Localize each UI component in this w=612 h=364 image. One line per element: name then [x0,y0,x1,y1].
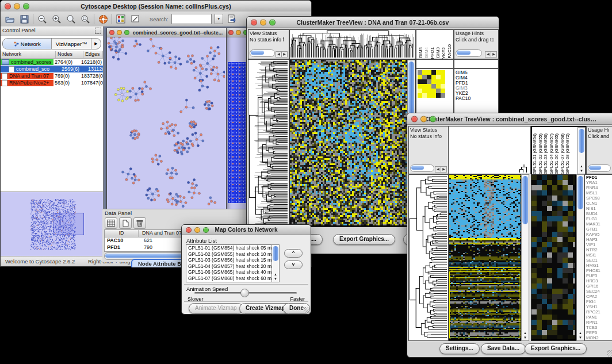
zoom-heatmap-panel[interactable] [531,174,577,341]
scroll-right-button[interactable]: ▶ [491,51,497,58]
column-label[interactable]: PFD1 [430,47,435,59]
zoom-vscrollbar[interactable]: ▲ ▼ [576,174,584,341]
speed-slider-thumb[interactable] [240,289,249,297]
minimize-button[interactable] [420,116,427,122]
gene-label[interactable]: PEP5 [585,330,612,335]
heatmap-panel[interactable]: ▲ ▼ [289,59,416,227]
column-label[interactable]: GPL51-08 (GSM872) [565,133,571,174]
new-attribute-icon[interactable] [119,217,132,229]
column-label[interactable]: GPL51-04 (GSM857) [549,133,554,174]
gene-label[interactable]: GTB1 [585,227,612,232]
animate-vizmap-button[interactable]: Animate Vizmap [189,303,243,314]
gene-label[interactable]: GPI16 [585,283,612,289]
select-attributes-icon[interactable] [105,217,117,229]
network-name-cell[interactable]: combined_scores [1,59,53,65]
gene-label[interactable]: PAN1 [585,315,612,320]
attribute-item[interactable]: GPL51-04 (GSM857) heat shock 20 min [186,263,279,270]
dense-network-grid[interactable] [228,62,248,203]
heatmap-canvas[interactable] [290,60,414,225]
scroll-up-icon[interactable]: ▲ [522,331,529,335]
settings-button[interactable]: Settings... [439,343,480,354]
attribute-item[interactable]: GPL51-01 (GSM854) heat shock 05 min [186,245,279,251]
gene-label[interactable]: KAP95 [585,232,612,237]
tab-overflow-arrow[interactable]: ▶ [91,39,101,49]
annotation-icon[interactable] [129,13,141,25]
zoom-selected-button[interactable] [65,13,76,25]
column-label[interactable]: GIM4 [424,47,429,59]
column-label[interactable]: GIM3 [435,47,441,59]
gene-label[interactable]: MAK31 [585,221,612,227]
gene-label[interactable]: RPO21 [585,309,612,315]
gene-label[interactable]: TCB3 [585,325,612,330]
col-id[interactable]: ID [105,230,139,237]
scrollbar-thumb[interactable] [577,176,583,209]
column-label[interactable]: GPL51-07 (GSM868) [560,133,565,174]
scrollbar-thumb[interactable] [408,62,414,114]
attribute-item[interactable]: GPL51-06 (GSM865) heat shock 40 min [186,269,279,275]
treeview2-titlebar[interactable]: ClusterMaker TreeView : combined_scores_… [407,113,612,125]
export-graphics-button[interactable]: Export Graphics... [525,343,587,354]
gene-label[interactable]: SEC1 [585,258,612,263]
status-scrollbar[interactable] [250,49,275,57]
hints-scrollbar[interactable] [456,49,482,57]
close-button[interactable] [186,227,192,233]
minimize-button[interactable] [236,30,241,35]
zoom-fit-button[interactable] [79,13,91,25]
network-row[interactable]: combined_sco 2569(6) 13112(15) [1,66,103,72]
zoom-button[interactable] [23,3,29,9]
hints-scrollbar[interactable] [588,164,611,172]
attribute-item[interactable]: GPL51-07 (GSM868) heat shock 60 min [186,275,279,282]
gene-label[interactable]: PUF3 [585,273,612,278]
gene-label[interactable]: PHO81 [585,268,612,273]
gene-label[interactable]: NIS1 [585,206,612,211]
network-row[interactable]: DNA and Tran 07 769(0) 183728(0) [1,72,103,79]
gene-label[interactable]: CLN1 [585,201,612,206]
heatmap-vscrollbar[interactable]: ▲ ▼ [521,174,529,341]
close-button[interactable] [411,116,418,122]
import-table-icon[interactable] [226,13,238,25]
gene-label[interactable]: FIG4 [585,299,612,304]
close-button[interactable] [109,30,114,35]
zoom-button[interactable] [269,19,276,25]
zoom-button[interactable] [124,30,129,35]
gene-label[interactable]: YSH1 [585,304,612,309]
resize-grip[interactable] [607,350,612,357]
network-canvas[interactable] [107,37,225,209]
resize-grip[interactable] [304,307,310,313]
gene-label[interactable]: RNR4 [585,185,612,190]
gene-label[interactable]: BUD4 [585,211,612,216]
gene-label[interactable]: CPA2 [585,294,612,299]
scrollbar-thumb[interactable] [522,176,528,224]
network-overview-panel[interactable] [1,191,103,256]
row-dendrogram-canvas[interactable] [248,60,288,225]
tab-vizmapper[interactable]: VizMapper™ [52,39,91,49]
zoom-in-button[interactable] [51,13,62,25]
gene-label[interactable]: PAC10 [454,96,498,101]
treeview1-titlebar[interactable]: ClusterMaker TreeView : DNA and Tran 07-… [247,17,499,28]
save-button[interactable] [18,13,30,25]
gene-label[interactable]: HRD3 [585,278,612,283]
row-dendrogram-panel[interactable] [248,59,289,227]
column-dendrogram-canvas[interactable] [290,30,414,58]
gene-label[interactable]: RPN1 [585,320,612,325]
gene-label[interactable]: YRA1 [585,180,612,185]
column-label[interactable]: PAC10 [447,44,452,59]
scroll-right-button[interactable]: ▶ [281,51,288,58]
scroll-up-icon[interactable]: ▲ [578,164,585,168]
scroll-down-icon[interactable]: ▼ [578,168,585,173]
gene-label[interactable]: NTR2 [585,247,612,252]
close-button[interactable] [251,19,257,25]
labels-vscrollbar[interactable]: ▲ ▼ [577,127,586,174]
global-heatmap-canvas[interactable] [449,175,521,339]
scrollbar-thumb[interactable] [273,246,278,261]
gene-label[interactable]: HAP3 [585,237,612,242]
zoom-button[interactable] [430,116,436,122]
attribute-item[interactable]: GPL51-02 (GSM855) heat shock 10 min [186,251,279,258]
save-data-button[interactable]: Save Data... [481,343,526,354]
tab-network[interactable]: Network [3,39,52,49]
list-vscrollbar[interactable]: ▲ ▼ [271,244,280,282]
move-up-button[interactable]: ^ [284,249,303,258]
scroll-down-icon[interactable]: ▼ [577,335,584,340]
minimize-button[interactable] [117,30,122,35]
column-label[interactable]: GPL51-03 (GSM856) [544,133,549,174]
